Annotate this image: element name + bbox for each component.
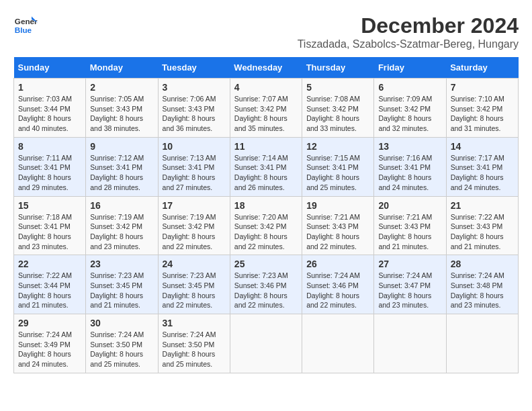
day-number: 9 xyxy=(90,141,153,152)
day-number: 6 xyxy=(378,82,441,93)
calendar-cell xyxy=(230,314,302,373)
day-info: Sunrise: 7:20 AMSunset: 3:42 PMDaylight:… xyxy=(234,212,298,252)
day-number: 11 xyxy=(234,141,298,152)
calendar-cell: 18Sunrise: 7:20 AMSunset: 3:42 PMDayligh… xyxy=(230,196,302,255)
calendar-cell: 30Sunrise: 7:24 AMSunset: 3:50 PMDayligh… xyxy=(86,314,158,373)
day-info: Sunrise: 7:08 AMSunset: 3:42 PMDaylight:… xyxy=(306,94,369,134)
day-info: Sunrise: 7:24 AMSunset: 3:47 PMDaylight:… xyxy=(378,271,441,310)
calendar-cell: 7Sunrise: 7:10 AMSunset: 3:42 PMDaylight… xyxy=(446,79,518,138)
calendar-cell: 3Sunrise: 7:06 AMSunset: 3:43 PMDaylight… xyxy=(158,79,230,138)
day-number: 3 xyxy=(163,82,226,93)
day-info: Sunrise: 7:07 AMSunset: 3:42 PMDaylight:… xyxy=(234,94,298,134)
day-number: 4 xyxy=(234,82,298,93)
title-area: December 2024 Tiszadada, Szabolcs-Szatma… xyxy=(298,13,519,50)
day-header-sunday: Sunday xyxy=(14,57,86,79)
calendar-cell xyxy=(446,314,518,373)
subtitle: Tiszadada, Szabolcs-Szatmar-Bereg, Hunga… xyxy=(298,38,519,50)
day-info: Sunrise: 7:24 AMSunset: 3:50 PMDaylight:… xyxy=(90,330,153,369)
day-info: Sunrise: 7:03 AMSunset: 3:44 PMDaylight:… xyxy=(18,94,81,134)
day-number: 8 xyxy=(18,141,81,152)
day-info: Sunrise: 7:22 AMSunset: 3:44 PMDaylight:… xyxy=(18,271,81,310)
day-info: Sunrise: 7:19 AMSunset: 3:42 PMDaylight:… xyxy=(90,212,153,252)
calendar-cell: 2Sunrise: 7:05 AMSunset: 3:43 PMDaylight… xyxy=(86,79,158,138)
day-number: 23 xyxy=(90,259,153,269)
day-number: 29 xyxy=(18,318,81,328)
day-info: Sunrise: 7:12 AMSunset: 3:41 PMDaylight:… xyxy=(90,153,153,193)
calendar-cell: 24Sunrise: 7:23 AMSunset: 3:45 PMDayligh… xyxy=(158,255,230,314)
calendar-cell: 21Sunrise: 7:22 AMSunset: 3:43 PMDayligh… xyxy=(446,196,518,255)
logo: General Blue xyxy=(13,13,38,38)
week-row-3: 15Sunrise: 7:18 AMSunset: 3:41 PMDayligh… xyxy=(14,196,519,255)
calendar-cell: 28Sunrise: 7:24 AMSunset: 3:48 PMDayligh… xyxy=(446,255,518,314)
day-header-thursday: Thursday xyxy=(302,57,374,79)
day-info: Sunrise: 7:23 AMSunset: 3:45 PMDaylight:… xyxy=(90,271,153,310)
day-header-tuesday: Tuesday xyxy=(158,57,230,79)
calendar-body: 1Sunrise: 7:03 AMSunset: 3:44 PMDaylight… xyxy=(14,79,519,373)
calendar-cell: 10Sunrise: 7:13 AMSunset: 3:41 PMDayligh… xyxy=(158,137,230,196)
svg-text:General: General xyxy=(15,17,38,26)
calendar-cell xyxy=(302,314,374,373)
day-number: 30 xyxy=(90,318,153,328)
day-info: Sunrise: 7:16 AMSunset: 3:41 PMDaylight:… xyxy=(378,153,441,193)
day-info: Sunrise: 7:11 AMSunset: 3:41 PMDaylight:… xyxy=(18,153,81,193)
calendar-cell: 31Sunrise: 7:24 AMSunset: 3:50 PMDayligh… xyxy=(158,314,230,373)
day-info: Sunrise: 7:06 AMSunset: 3:43 PMDaylight:… xyxy=(163,94,226,134)
week-row-2: 8Sunrise: 7:11 AMSunset: 3:41 PMDaylight… xyxy=(14,137,519,196)
day-number: 10 xyxy=(163,141,226,152)
day-number: 19 xyxy=(306,200,369,211)
day-info: Sunrise: 7:10 AMSunset: 3:42 PMDaylight:… xyxy=(451,94,514,134)
calendar-cell: 1Sunrise: 7:03 AMSunset: 3:44 PMDaylight… xyxy=(14,79,86,138)
page-header: General Blue December 2024 Tiszadada, Sz… xyxy=(13,13,519,50)
calendar-cell: 17Sunrise: 7:19 AMSunset: 3:42 PMDayligh… xyxy=(158,196,230,255)
calendar-cell: 13Sunrise: 7:16 AMSunset: 3:41 PMDayligh… xyxy=(374,137,446,196)
calendar-cell: 12Sunrise: 7:15 AMSunset: 3:41 PMDayligh… xyxy=(302,137,374,196)
day-info: Sunrise: 7:24 AMSunset: 3:48 PMDaylight:… xyxy=(451,271,514,310)
day-number: 22 xyxy=(18,259,81,269)
svg-text:Blue: Blue xyxy=(15,26,32,34)
calendar-cell: 4Sunrise: 7:07 AMSunset: 3:42 PMDaylight… xyxy=(230,79,302,138)
day-number: 5 xyxy=(306,82,369,93)
day-number: 14 xyxy=(451,141,514,152)
day-number: 2 xyxy=(90,82,153,93)
day-number: 25 xyxy=(234,259,298,269)
calendar-cell: 20Sunrise: 7:21 AMSunset: 3:43 PMDayligh… xyxy=(374,196,446,255)
day-number: 1 xyxy=(18,82,81,93)
day-info: Sunrise: 7:18 AMSunset: 3:41 PMDaylight:… xyxy=(18,212,81,252)
day-info: Sunrise: 7:21 AMSunset: 3:43 PMDaylight:… xyxy=(378,212,441,252)
day-number: 31 xyxy=(163,318,226,328)
day-number: 24 xyxy=(163,259,226,269)
day-header-wednesday: Wednesday xyxy=(230,57,302,79)
day-number: 12 xyxy=(306,141,369,152)
day-info: Sunrise: 7:09 AMSunset: 3:42 PMDaylight:… xyxy=(378,94,441,134)
day-header-friday: Friday xyxy=(374,57,446,79)
calendar-cell: 15Sunrise: 7:18 AMSunset: 3:41 PMDayligh… xyxy=(14,196,86,255)
day-header-monday: Monday xyxy=(86,57,158,79)
week-row-5: 29Sunrise: 7:24 AMSunset: 3:49 PMDayligh… xyxy=(14,314,519,373)
day-number: 20 xyxy=(378,200,441,211)
day-number: 27 xyxy=(378,259,441,269)
day-info: Sunrise: 7:13 AMSunset: 3:41 PMDaylight:… xyxy=(163,153,226,193)
day-info: Sunrise: 7:23 AMSunset: 3:45 PMDaylight:… xyxy=(163,271,226,310)
calendar-cell: 22Sunrise: 7:22 AMSunset: 3:44 PMDayligh… xyxy=(14,255,86,314)
calendar-cell: 8Sunrise: 7:11 AMSunset: 3:41 PMDaylight… xyxy=(14,137,86,196)
day-number: 13 xyxy=(378,141,441,152)
day-number: 28 xyxy=(451,259,514,269)
calendar-cell: 16Sunrise: 7:19 AMSunset: 3:42 PMDayligh… xyxy=(86,196,158,255)
calendar-cell: 9Sunrise: 7:12 AMSunset: 3:41 PMDaylight… xyxy=(86,137,158,196)
main-title: December 2024 xyxy=(298,13,519,38)
calendar-cell xyxy=(374,314,446,373)
calendar-cell: 25Sunrise: 7:23 AMSunset: 3:46 PMDayligh… xyxy=(230,255,302,314)
calendar-cell: 11Sunrise: 7:14 AMSunset: 3:41 PMDayligh… xyxy=(230,137,302,196)
day-info: Sunrise: 7:17 AMSunset: 3:41 PMDaylight:… xyxy=(451,153,514,193)
logo-icon: General Blue xyxy=(13,13,38,38)
day-info: Sunrise: 7:19 AMSunset: 3:42 PMDaylight:… xyxy=(163,212,226,252)
day-info: Sunrise: 7:14 AMSunset: 3:41 PMDaylight:… xyxy=(234,153,298,193)
day-info: Sunrise: 7:05 AMSunset: 3:43 PMDaylight:… xyxy=(90,94,153,134)
day-info: Sunrise: 7:24 AMSunset: 3:46 PMDaylight:… xyxy=(306,271,369,310)
calendar-cell: 14Sunrise: 7:17 AMSunset: 3:41 PMDayligh… xyxy=(446,137,518,196)
calendar-cell: 6Sunrise: 7:09 AMSunset: 3:42 PMDaylight… xyxy=(374,79,446,138)
day-header-saturday: Saturday xyxy=(446,57,518,79)
day-info: Sunrise: 7:23 AMSunset: 3:46 PMDaylight:… xyxy=(234,271,298,310)
calendar-header-row: SundayMondayTuesdayWednesdayThursdayFrid… xyxy=(14,57,519,79)
day-number: 15 xyxy=(18,200,81,211)
